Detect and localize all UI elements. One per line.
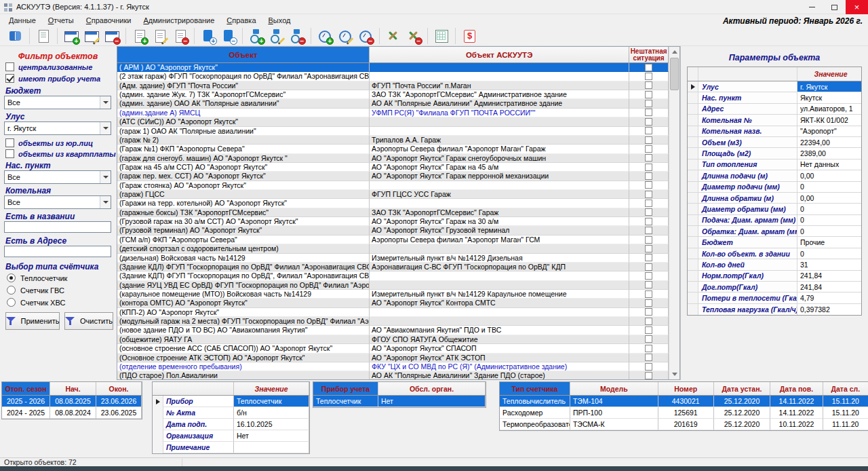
column-header-5[interactable]: Дата пов.: [770, 382, 823, 395]
table-row[interactable]: (дизельная) Войсковая часть №14129Измери…: [117, 254, 669, 263]
emergency-checkbox[interactable]: [645, 100, 652, 107]
table-row[interactable]: (Основное строение АТК ЭСТОП) АО "Аэропо…: [117, 354, 669, 362]
jur-objects-checkbox[interactable]: объекты из юр.лиц: [5, 138, 93, 147]
emergency-checkbox[interactable]: [645, 345, 652, 352]
column-header-2[interactable]: Модель: [570, 382, 658, 395]
param-row[interactable]: БюджетПрочие: [688, 237, 861, 248]
scroll-up-icon[interactable]: [669, 47, 680, 57]
checkbox-icon[interactable]: [5, 138, 14, 147]
season-edit-icon[interactable]: [81, 27, 102, 45]
report-icon[interactable]: [33, 27, 54, 45]
settlement-select[interactable]: Все: [4, 170, 111, 184]
emergency-checkbox[interactable]: [645, 109, 652, 116]
emergency-checkbox[interactable]: [645, 136, 652, 144]
clear-button[interactable]: Очистить: [64, 312, 113, 330]
emergency-checkbox[interactable]: [645, 236, 652, 244]
device-edit-icon[interactable]: [267, 27, 287, 45]
emergency-checkbox[interactable]: [645, 81, 652, 89]
emergency-checkbox[interactable]: [645, 145, 652, 153]
param-row[interactable]: Тип отопленияНет данных: [688, 159, 861, 170]
object-add-icon[interactable]: +: [130, 27, 150, 45]
apply-button[interactable]: Применить: [5, 312, 60, 330]
column-header-6[interactable]: Дата сл.: [823, 382, 868, 395]
counter-edit-icon[interactable]: [335, 27, 355, 45]
counter-row[interactable]: ТермопреобразовательТЭСМА-К20161925.12.2…: [500, 419, 868, 430]
param-row[interactable]: Котельная назв."Аэропорт": [688, 126, 861, 137]
counter-delete-icon[interactable]: −: [355, 27, 376, 45]
emergency-checkbox[interactable]: [645, 263, 652, 271]
journal-icon[interactable]: [5, 27, 26, 45]
checkbox-icon[interactable]: [5, 62, 14, 71]
device-delete-icon[interactable]: −: [287, 27, 307, 45]
column-header-3[interactable]: Номер: [658, 382, 714, 395]
address-filter-input[interactable]: [4, 246, 111, 257]
param-row[interactable]: Норм.потр(Гкал)241,84: [688, 271, 861, 282]
device-info-row[interactable]: ОрганизацияНет: [153, 430, 309, 442]
menu-item-выход[interactable]: Выход: [262, 15, 297, 26]
table-row[interactable]: (караульное помещение (МТО)) Войсковая ч…: [117, 290, 669, 299]
emergency-checkbox[interactable]: [645, 290, 652, 298]
emergency-checkbox[interactable]: [645, 272, 652, 280]
heat-meter-radio[interactable]: Теплосчетчик: [7, 274, 67, 282]
object-delete-icon[interactable]: −: [170, 27, 191, 45]
emergency-checkbox[interactable]: [645, 181, 652, 189]
table-row[interactable]: (Здание КДП) ФГУП "Госкорпорация по ОрВД…: [117, 271, 669, 280]
menu-item-справка[interactable]: Справка: [220, 15, 262, 26]
chevron-down-icon[interactable]: [100, 171, 111, 183]
param-row[interactable]: Тепловая нагрузка (Гкал/ч)0,397382: [688, 304, 861, 315]
table-row[interactable]: (2 этаж гараж) ФГУП "Госкорпорация по Ор…: [117, 72, 669, 81]
vertical-scrollbar[interactable]: [669, 47, 679, 379]
table-row[interactable]: (контора ОМТС) АО "Аэропорт Якутск"АО "А…: [117, 299, 669, 307]
radio-icon[interactable]: [7, 286, 16, 295]
chevron-down-icon[interactable]: [100, 196, 111, 208]
minimize-button[interactable]: [801, 0, 823, 14]
param-row[interactable]: Диаметр обратки (мм)0: [688, 204, 861, 214]
table-row[interactable]: ( АРМ ) АО "Аэропорт Якутск": [117, 63, 669, 72]
param-row[interactable]: Кол-во объект. в здании0: [688, 248, 861, 259]
emergency-checkbox[interactable]: [645, 73, 652, 80]
emergency-checkbox[interactable]: [645, 127, 652, 134]
param-row[interactable]: Улусг. Якутск: [688, 81, 861, 92]
chevron-down-icon[interactable]: [100, 96, 111, 109]
counter-row[interactable]: ТепловычислительТЭМ-104443002125.12.2020…: [500, 396, 868, 407]
column-header-1[interactable]: Тип счетчика: [500, 382, 570, 395]
currency-icon[interactable]: [459, 27, 479, 45]
scrollbar-thumb[interactable]: [670, 58, 679, 90]
emergency-checkbox[interactable]: [645, 172, 652, 180]
kvart-objects-checkbox[interactable]: объекты из квартплаты: [5, 149, 116, 158]
table-row[interactable]: (админ.здание А) ЯМСЦУФМП РС(Я) "Филиала…: [117, 109, 669, 117]
table-row[interactable]: (детский спортзал с оздоровительным цент…: [117, 244, 669, 253]
chevron-down-icon[interactable]: [100, 122, 111, 134]
table-row[interactable]: (админ. здание) ОАО АК "Полярные авиалин…: [117, 99, 669, 108]
table-row[interactable]: (гараж № 2)Трипалов А.А. Гараж: [117, 136, 669, 145]
table-row[interactable]: (общежитие) ЯАТУ ГАФГОУ СПО ЯАТУГА Общеж…: [117, 335, 669, 344]
table-row[interactable]: (АТС (СИиС)) АО "Аэропорт Якутск": [117, 117, 669, 126]
table-row[interactable]: (гараж) ГЦССФГУП ГЦСС УСС Гараж: [117, 190, 669, 199]
counter-add-icon[interactable]: +: [315, 27, 335, 45]
param-row[interactable]: Диаметр подачи (мм)0: [688, 182, 861, 193]
emergency-checkbox[interactable]: [645, 200, 652, 207]
object-edit-icon[interactable]: [150, 27, 170, 45]
table-row[interactable]: (Грузовой гараж на 30 а/м ССТ) АО "Аэроп…: [117, 217, 669, 226]
emergency-checkbox[interactable]: [645, 308, 652, 316]
object-zoom-in-icon[interactable]: +: [198, 27, 218, 45]
param-row[interactable]: Нас. пунктЯкутск: [688, 92, 861, 103]
param-row[interactable]: Длинна подачи (м)0,00: [688, 170, 861, 181]
emergency-checkbox[interactable]: [645, 208, 652, 216]
table-row[interactable]: (гараж 1) ОАО АК "Полярные авиалинии": [117, 127, 669, 136]
season-delete-icon[interactable]: −: [102, 27, 122, 45]
device-info-row[interactable]: № Актаб/н: [153, 407, 309, 419]
param-row[interactable]: Обратка: Диам. армат (мм)0: [688, 226, 861, 237]
emergency-checkbox[interactable]: [645, 254, 652, 261]
table-row[interactable]: (гараж для снегоуб. машин) АО "Аэропорт …: [117, 154, 669, 163]
emergency-checkbox[interactable]: [645, 191, 652, 198]
emergency-checkbox[interactable]: [645, 335, 652, 343]
emergency-checkbox[interactable]: [645, 118, 652, 126]
checkbox-checked-icon[interactable]: [5, 74, 14, 83]
table-row[interactable]: (отделение временного пребывания)ФКУ "ЦХ…: [117, 362, 669, 371]
param-row[interactable]: Котельная №ЯКТ-КК 01/002: [688, 115, 861, 126]
hvs-meter-radio[interactable]: Счетчик ХВС: [7, 298, 65, 307]
table-row[interactable]: (Здание КДЛ) ФГУП "Госкорпорация по ОрВД…: [117, 263, 669, 271]
column-header-object[interactable]: Объект: [117, 47, 370, 63]
device-info-row[interactable]: Примечание: [153, 442, 309, 453]
